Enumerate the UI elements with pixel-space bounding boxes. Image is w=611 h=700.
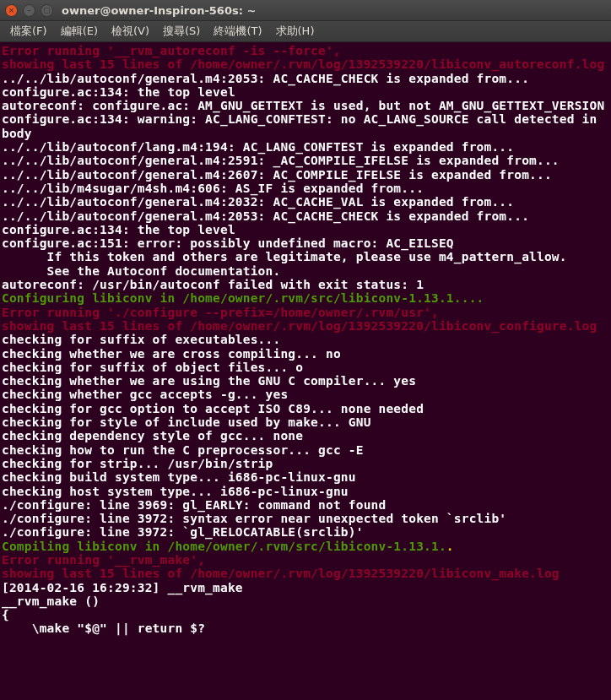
terminal-line: configure.ac:151: error: possibly undefi… — [2, 236, 611, 250]
terminal-line: body — [2, 127, 611, 140]
terminal-line: checking how to run the C preprocessor..… — [2, 443, 611, 457]
terminal-line: If this token and others are legitimate,… — [2, 250, 611, 263]
menubar: 檔案(F) 編輯(E) 檢視(V) 搜尋(S) 終端機(T) 求助(H) — [0, 21, 611, 42]
terminal-line: showing last 15 lines of /home/owner/.rv… — [2, 57, 611, 71]
terminal-line: configure.ac:134: the top level — [2, 85, 611, 99]
terminal-line: ../../lib/autoconf/lang.m4:194: AC_LANG_… — [2, 140, 611, 154]
menu-view[interactable]: 檢視(V) — [105, 21, 156, 41]
terminal-line: ./configure: line 3972: `gl_RELOCATABLE(… — [2, 525, 611, 539]
terminal-output[interactable]: Error running '__rvm_autoreconf -is --fo… — [0, 42, 611, 700]
terminal-line: checking for suffix of object files... o — [2, 361, 611, 374]
terminal-line: checking whether we are using the GNU C … — [2, 374, 611, 388]
terminal-line: checking build system type... i686-pc-li… — [2, 470, 611, 484]
terminal-line: ../../lib/autoconf/general.m4:2053: AC_C… — [2, 209, 611, 223]
terminal-line: { — [2, 608, 611, 621]
terminal-line: ../../lib/autoconf/general.m4:2607: AC_C… — [2, 168, 611, 182]
close-button[interactable]: × — [5, 4, 18, 17]
terminal-line: ./configure: line 3969: gl_EARLY: comman… — [2, 498, 611, 512]
terminal-line: __rvm_make () — [2, 594, 611, 608]
menu-search[interactable]: 搜尋(S) — [156, 21, 207, 41]
terminal-line: ../../lib/m4sugar/m4sh.m4:606: AS_IF is … — [2, 182, 611, 195]
terminal-line: checking for gcc option to accept ISO C8… — [2, 402, 611, 415]
terminal-line: [2014-02-16 16:29:32] __rvm_make — [2, 581, 611, 594]
terminal-line: \make "$@" || return $? — [2, 621, 611, 635]
menu-edit[interactable]: 編輯(E) — [54, 21, 105, 41]
terminal-line: showing last 15 lines of /home/owner/.rv… — [2, 319, 611, 333]
terminal-line: checking host system type... i686-pc-lin… — [2, 485, 611, 498]
terminal-line: checking whether gcc accepts -g... yes — [2, 388, 611, 401]
terminal-line: checking for style of include used by ma… — [2, 415, 611, 429]
terminal-line: Error running '__rvm_make', — [2, 553, 611, 567]
minimize-button[interactable]: – — [23, 4, 35, 17]
terminal-line: See the Autoconf documentation. — [2, 264, 611, 278]
terminal-line: checking whether we are cross compiling.… — [2, 347, 611, 361]
terminal-line: checking for strip... /usr/bin/strip — [2, 457, 611, 470]
terminal-line: Error running './configure --prefix=/hom… — [2, 306, 611, 319]
terminal-line: ./configure: line 3972: syntax error nea… — [2, 512, 611, 525]
menu-file[interactable]: 檔案(F) — [3, 21, 54, 41]
terminal-line: Compiling libiconv in /home/owner/.rvm/s… — [2, 540, 611, 553]
terminal-line: Error running '__rvm_autoreconf -is --fo… — [2, 44, 611, 57]
terminal-line: checking for suffix of executables... — [2, 333, 611, 346]
terminal-line: autoreconf: configure.ac: AM_GNU_GETTEXT… — [2, 99, 611, 112]
terminal-line: autoreconf: /usr/bin/autoconf failed wit… — [2, 278, 611, 291]
terminal-line: configure.ac:134: the top level — [2, 223, 611, 236]
terminal-line: ../../lib/autoconf/general.m4:2053: AC_C… — [2, 72, 611, 85]
terminal-line: configure.ac:134: warning: AC_LANG_CONFT… — [2, 112, 611, 126]
window-title: owner@owner-Inspiron-560s: ~ — [62, 4, 256, 17]
terminal-line: ../../lib/autoconf/general.m4:2032: AC_C… — [2, 195, 611, 209]
window-titlebar: × – ▢ owner@owner-Inspiron-560s: ~ — [0, 0, 611, 21]
terminal-line: checking dependency style of gcc... none — [2, 429, 611, 442]
menu-help[interactable]: 求助(H) — [269, 21, 322, 41]
maximize-button[interactable]: ▢ — [41, 4, 53, 17]
terminal-line: showing last 15 lines of /home/owner/.rv… — [2, 567, 611, 580]
window-buttons: × – ▢ — [5, 4, 53, 17]
terminal-line: ../../lib/autoconf/general.m4:2591: _AC_… — [2, 154, 611, 167]
terminal-line: Configuring libiconv in /home/owner/.rvm… — [2, 291, 611, 305]
menu-terminal[interactable]: 終端機(T) — [207, 21, 268, 41]
